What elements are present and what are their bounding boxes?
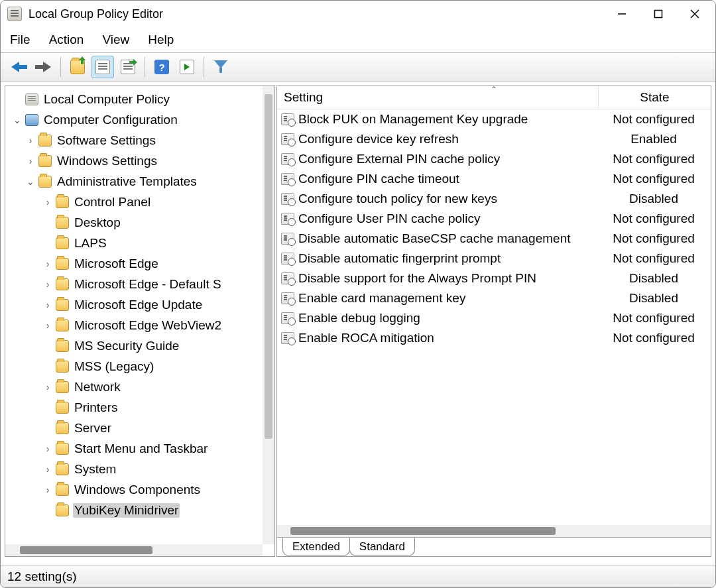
tree-node-laps[interactable]: › LAPS bbox=[8, 233, 274, 253]
setting-row[interactable]: Configure device key refreshEnabled bbox=[277, 129, 711, 149]
show-hide-tree-button[interactable] bbox=[91, 56, 114, 78]
chevron-right-icon[interactable]: › bbox=[41, 197, 54, 207]
setting-state: Not configured bbox=[601, 112, 707, 127]
list-body[interactable]: Block PUK on Management Key upgradeNot c… bbox=[277, 109, 711, 537]
setting-row[interactable]: Disable automatic fingerprint promptNot … bbox=[277, 249, 711, 268]
chevron-right-icon[interactable]: › bbox=[41, 320, 54, 331]
folder-icon bbox=[38, 155, 52, 167]
chevron-right-icon[interactable]: › bbox=[41, 464, 54, 475]
tab-standard[interactable]: Standard bbox=[349, 538, 415, 556]
tree-node-start-menu[interactable]: › Start Menu and Taskbar bbox=[8, 438, 274, 459]
setting-row[interactable]: Block PUK on Management Key upgradeNot c… bbox=[277, 109, 711, 129]
tree-node-ms-edge-update[interactable]: › Microsoft Edge Update bbox=[8, 294, 274, 315]
tree-node-software-settings[interactable]: › Software Settings bbox=[8, 130, 274, 150]
tree-node-computer-config[interactable]: ⌄ Computer Configuration bbox=[8, 109, 274, 130]
list-horizontal-scrollbar[interactable] bbox=[277, 525, 711, 537]
chevron-right-icon[interactable]: › bbox=[24, 135, 37, 146]
tree-node-root[interactable]: ▸ Local Computer Policy bbox=[8, 89, 274, 109]
tree-label: Computer Configuration bbox=[42, 113, 179, 127]
tree-node-system[interactable]: › System bbox=[8, 459, 274, 479]
tree-node-ms-edge-webview[interactable]: › Microsoft Edge WebView2 bbox=[8, 315, 274, 335]
tree-scroll-area[interactable]: ▸ Local Computer Policy ⌄ Computer Confi… bbox=[5, 86, 274, 556]
setting-state: Not configured bbox=[601, 231, 707, 246]
menu-view[interactable]: View bbox=[102, 32, 129, 47]
help-icon: ? bbox=[154, 60, 169, 74]
filter-button[interactable] bbox=[209, 56, 232, 78]
close-button[interactable] bbox=[676, 1, 713, 27]
folder-icon bbox=[56, 422, 69, 434]
tree-node-mss-legacy[interactable]: › MSS (Legacy) bbox=[8, 356, 274, 377]
policy-setting-icon bbox=[281, 113, 294, 125]
chevron-right-icon[interactable]: › bbox=[41, 485, 54, 495]
setting-row[interactable]: Configure External PIN cache policyNot c… bbox=[277, 149, 711, 169]
chevron-down-icon[interactable]: ⌄ bbox=[11, 115, 24, 125]
chevron-right-icon[interactable]: › bbox=[24, 156, 37, 166]
chevron-right-icon[interactable]: › bbox=[41, 279, 54, 290]
chevron-right-icon[interactable]: › bbox=[41, 259, 54, 269]
sort-caret-icon: ⌃ bbox=[491, 86, 497, 94]
help-button[interactable]: ? bbox=[150, 56, 173, 78]
forward-button[interactable] bbox=[32, 56, 55, 78]
tree-node-network[interactable]: › Network bbox=[8, 377, 274, 397]
chevron-right-icon[interactable]: › bbox=[41, 382, 54, 392]
setting-state: Enabled bbox=[601, 132, 707, 147]
menu-file[interactable]: File bbox=[10, 32, 30, 47]
policy-setting-icon bbox=[281, 213, 294, 225]
folder-icon bbox=[38, 176, 52, 188]
scrollbar-thumb[interactable] bbox=[20, 546, 152, 554]
tree-label: System bbox=[73, 462, 117, 477]
tab-extended[interactable]: Extended bbox=[282, 538, 350, 556]
setting-row[interactable]: Configure User PIN cache policyNot confi… bbox=[277, 209, 711, 229]
export-list-button[interactable] bbox=[117, 56, 139, 78]
tree-node-windows-settings[interactable]: › Windows Settings bbox=[8, 150, 274, 171]
close-icon bbox=[690, 9, 699, 19]
tree-vertical-scrollbar[interactable] bbox=[263, 86, 274, 544]
menu-help[interactable]: Help bbox=[148, 32, 174, 47]
back-button[interactable] bbox=[7, 56, 30, 78]
svg-marker-5 bbox=[35, 62, 51, 72]
policy-setting-icon bbox=[281, 193, 294, 205]
chevron-down-icon[interactable]: ⌄ bbox=[24, 176, 37, 187]
tree-label: Local Computer Policy bbox=[42, 92, 171, 107]
window-title: Local Group Policy Editor bbox=[29, 7, 163, 21]
setting-row[interactable]: Enable debug loggingNot configured bbox=[277, 308, 711, 328]
tree-node-yubikey[interactable]: › YubiKey Minidriver bbox=[8, 500, 274, 520]
setting-row[interactable]: Disable automatic BaseCSP cache manageme… bbox=[277, 229, 711, 249]
scrollbar-thumb[interactable] bbox=[265, 94, 272, 439]
tree-node-printers[interactable]: › Printers bbox=[8, 397, 274, 418]
chevron-right-icon[interactable]: › bbox=[41, 300, 54, 310]
setting-name: Disable automatic BaseCSP cache manageme… bbox=[298, 231, 601, 246]
folder-icon bbox=[56, 320, 69, 331]
tree-node-control-panel[interactable]: › Control Panel bbox=[8, 192, 274, 212]
minimize-button[interactable] bbox=[603, 1, 640, 27]
scrollbar-thumb[interactable] bbox=[290, 527, 556, 535]
toolbar-separator bbox=[60, 57, 61, 77]
setting-row[interactable]: Configure touch policy for new keysDisab… bbox=[277, 189, 711, 209]
tree-node-ms-edge[interactable]: › Microsoft Edge bbox=[8, 253, 274, 274]
maximize-button[interactable] bbox=[640, 1, 676, 27]
up-folder-button[interactable] bbox=[66, 56, 89, 78]
tree-label: Server bbox=[73, 421, 113, 436]
chevron-right-icon[interactable]: › bbox=[41, 443, 54, 454]
tree-node-ms-edge-default[interactable]: › Microsoft Edge - Default S bbox=[8, 274, 274, 294]
column-header-state[interactable]: State bbox=[598, 86, 711, 109]
menu-action[interactable]: Action bbox=[49, 32, 84, 47]
setting-row[interactable]: Enable ROCA mitigationNot configured bbox=[277, 328, 711, 348]
setting-row[interactable]: Configure PIN cache timeoutNot configure… bbox=[277, 169, 711, 189]
svg-marker-4 bbox=[11, 62, 27, 72]
tree-horizontal-scrollbar[interactable] bbox=[5, 544, 263, 556]
setting-state: Not configured bbox=[601, 311, 707, 325]
tree-node-admin-templates[interactable]: ⌄ Administrative Templates bbox=[8, 171, 274, 192]
column-header-setting[interactable]: Setting bbox=[277, 86, 598, 109]
run-button[interactable] bbox=[176, 56, 198, 78]
folder-icon bbox=[56, 504, 69, 516]
tree-node-win-components[interactable]: › Windows Components bbox=[8, 479, 274, 500]
setting-row[interactable]: Disable support for the Always Prompt PI… bbox=[277, 268, 711, 288]
toolbar: ? bbox=[1, 52, 715, 82]
tree-node-desktop[interactable]: › Desktop bbox=[8, 212, 274, 233]
tree-node-ms-security-guide[interactable]: › MS Security Guide bbox=[8, 335, 274, 356]
setting-row[interactable]: Enable card management keyDisabled bbox=[277, 288, 711, 308]
setting-name: Enable card management key bbox=[298, 291, 601, 306]
tree-label: Administrative Templates bbox=[56, 174, 198, 189]
tree-node-server[interactable]: › Server bbox=[8, 418, 274, 438]
